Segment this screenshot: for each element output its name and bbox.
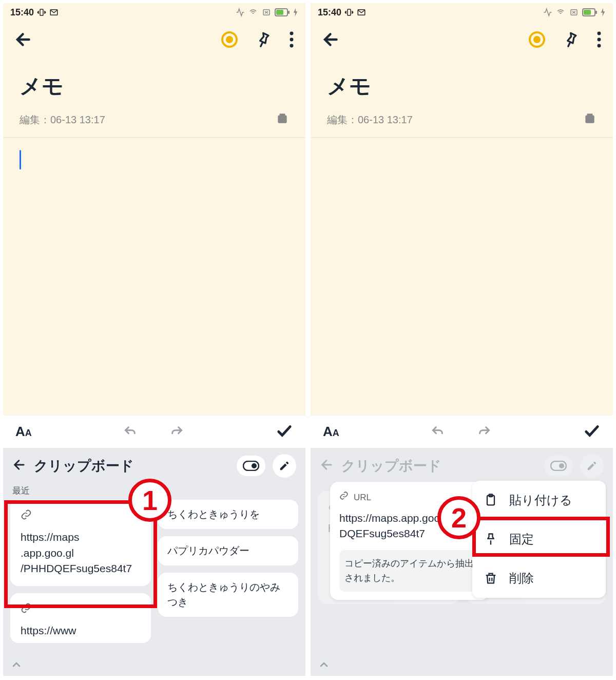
status-bar: 15:40 (3, 3, 305, 22)
svg-point-14 (252, 463, 257, 468)
clipboard-title: クリップボード (341, 457, 537, 475)
note-title[interactable]: メモ (20, 72, 289, 101)
clipboard-back-button[interactable] (320, 458, 334, 474)
svg-point-22 (533, 36, 541, 43)
paste-icon (484, 493, 498, 507)
wifi-icon (555, 8, 566, 17)
expand-icon[interactable] (10, 660, 23, 672)
status-time: 15:40 (10, 7, 34, 18)
vibrate-icon (37, 8, 46, 17)
svg-rect-12 (280, 114, 285, 116)
text-format-button[interactable]: AA (323, 424, 339, 440)
expand-icon[interactable] (318, 660, 330, 672)
annotation-number-1: 1 (128, 479, 171, 522)
more-button[interactable] (596, 31, 602, 50)
menu-delete-label: 削除 (509, 570, 534, 587)
clipboard-toggle[interactable] (237, 456, 265, 476)
svg-point-29 (559, 463, 564, 468)
annotation-highlight-2 (472, 517, 610, 557)
edited-label: 編集： (20, 114, 50, 125)
back-button[interactable] (14, 30, 33, 51)
activity-icon (236, 8, 245, 17)
format-toolbar: AA (3, 415, 305, 448)
clipboard-toggle[interactable] (544, 456, 573, 476)
undo-button[interactable] (123, 425, 138, 439)
annotation-number-2: 2 (437, 496, 480, 539)
svg-point-25 (598, 44, 601, 48)
svg-rect-15 (348, 9, 351, 15)
svg-rect-4 (276, 10, 283, 15)
battery-icon (582, 8, 598, 17)
edited-time: 06-13 13:17 (358, 114, 413, 125)
status-bar: 15:40 (311, 3, 613, 22)
wifi-icon (248, 8, 258, 17)
clipboard-edit-button[interactable] (580, 454, 604, 478)
clipboard-item-text1[interactable]: ちくわときゅうりを (158, 500, 299, 529)
clipboard-title: クリップボード (34, 457, 229, 475)
svg-rect-5 (288, 11, 290, 14)
svg-point-7 (226, 36, 233, 43)
charging-icon (293, 8, 298, 17)
svg-point-8 (290, 32, 294, 35)
menu-delete[interactable]: 削除 (472, 559, 606, 598)
note-body[interactable] (311, 138, 613, 415)
clipboard-edit-button[interactable] (273, 454, 296, 478)
svg-point-10 (290, 44, 294, 48)
annotation-highlight-1 (4, 500, 157, 608)
gmail-icon (357, 8, 366, 17)
done-button[interactable] (583, 424, 601, 440)
popup-note: コピー済みのアイテムから抽出されました。 (339, 550, 480, 592)
more-button[interactable] (289, 31, 294, 50)
back-button[interactable] (322, 30, 340, 51)
text-cursor (20, 150, 21, 169)
note-meta: 編集：06-13 13:17 (3, 105, 305, 138)
screen-left: 15:40 メモ (3, 3, 305, 676)
svg-rect-0 (40, 9, 43, 15)
redo-button[interactable] (476, 425, 492, 439)
status-time: 15:40 (318, 7, 341, 18)
record-icon[interactable] (221, 31, 238, 50)
record-icon[interactable] (529, 31, 545, 50)
text-format-button[interactable]: AA (15, 424, 32, 440)
activity-icon (543, 8, 552, 17)
pin-button[interactable] (563, 31, 579, 50)
link-icon (339, 491, 349, 504)
svg-rect-26 (585, 116, 594, 123)
note-title-area: メモ (3, 60, 305, 105)
archive-icon[interactable] (583, 112, 596, 128)
clipboard-panel: クリップボード 最近 https://maps .app.goo.gl /PHH… (3, 448, 305, 676)
battery-icon (275, 8, 290, 17)
pin-button[interactable] (255, 31, 272, 50)
clipboard-item-text3[interactable]: ちくわときゅうりのやみつき (158, 573, 299, 617)
svg-rect-11 (278, 116, 286, 123)
svg-point-24 (598, 38, 601, 42)
svg-point-23 (598, 32, 601, 35)
clipboard-panel: クリップボード https://www みつき (311, 448, 613, 676)
menu-paste-label: 貼り付ける (509, 492, 572, 508)
clipboard-back-button[interactable] (12, 458, 27, 474)
charging-icon (601, 8, 606, 17)
done-button[interactable] (276, 424, 293, 440)
trash-icon (484, 571, 498, 585)
screen-right: 15:40 メモ (311, 3, 613, 676)
gmail-icon (49, 8, 59, 17)
clipboard-item-text2[interactable]: パプリカパウダー (158, 536, 299, 565)
archive-icon[interactable] (276, 112, 289, 128)
note-title[interactable]: メモ (327, 72, 596, 101)
edited-time: 06-13 13:17 (50, 114, 105, 125)
vibrate-icon (344, 8, 354, 17)
redo-button[interactable] (169, 425, 184, 439)
no-sim-icon (569, 8, 579, 17)
app-bar (3, 22, 305, 60)
svg-point-9 (290, 38, 294, 42)
menu-paste[interactable]: 貼り付ける (472, 481, 606, 520)
svg-rect-19 (584, 10, 591, 15)
svg-rect-27 (587, 114, 593, 116)
undo-button[interactable] (430, 425, 446, 439)
format-toolbar: AA (311, 415, 613, 448)
note-body[interactable] (3, 138, 305, 415)
note-meta: 編集：06-13 13:17 (311, 105, 613, 138)
popup-label: URL (354, 492, 371, 504)
edited-label: 編集： (327, 114, 358, 125)
app-bar (311, 22, 613, 60)
